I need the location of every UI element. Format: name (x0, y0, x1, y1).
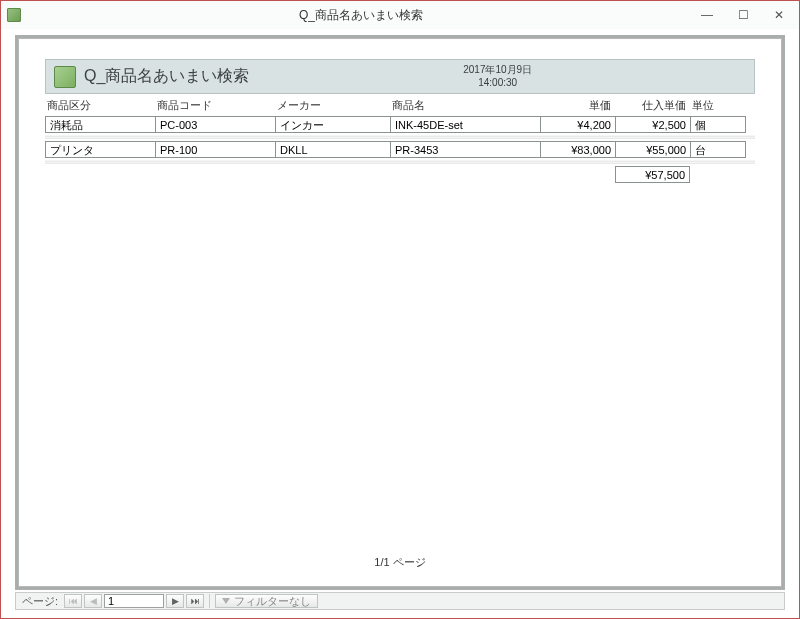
cell-cost: ¥55,000 (615, 141, 691, 158)
cell-category: 消耗品 (45, 116, 156, 133)
col-category: 商品区分 (47, 98, 157, 113)
filter-icon (222, 598, 230, 604)
cell-unit: 個 (690, 116, 746, 133)
page-navigator: ページ: ⏮ ◀ ▶ ⏭ フィルターなし (15, 592, 785, 610)
report-icon (54, 66, 76, 88)
report-page: Q_商品名あいまい検索 2017年10月9日 14:00:30 商品区分 商品コ… (18, 38, 782, 587)
window-titlebar: Q_商品名あいまい検索 — ☐ ✕ (1, 1, 799, 29)
window-title: Q_商品名あいまい検索 (29, 7, 693, 24)
app-icon (7, 8, 21, 22)
col-cost: 仕入単価 (617, 98, 692, 113)
cell-maker: DKLL (275, 141, 391, 158)
document-frame: Q_商品名あいまい検索 2017年10月9日 14:00:30 商品区分 商品コ… (15, 35, 785, 590)
prev-page-button[interactable]: ◀ (84, 594, 102, 608)
column-headers: 商品区分 商品コード メーカー 商品名 単価 仕入単価 単位 (45, 96, 755, 116)
minimize-button[interactable]: — (693, 6, 721, 24)
total-cost: ¥57,500 (615, 166, 690, 183)
col-maker: メーカー (277, 98, 392, 113)
cell-cost: ¥2,500 (615, 116, 691, 133)
next-page-button[interactable]: ▶ (166, 594, 184, 608)
report-date: 2017年10月9日 (249, 64, 746, 77)
report-time: 14:00:30 (249, 77, 746, 90)
cell-code: PR-100 (155, 141, 276, 158)
filter-label: フィルターなし (234, 594, 311, 609)
report-header: Q_商品名あいまい検索 2017年10月9日 14:00:30 (45, 59, 755, 94)
filter-button[interactable]: フィルターなし (215, 594, 318, 608)
report-datetime: 2017年10月9日 14:00:30 (249, 64, 746, 89)
cell-maker: インカー (275, 116, 391, 133)
cell-name: INK-45DE-set (390, 116, 541, 133)
maximize-button[interactable]: ☐ (729, 6, 757, 24)
page-number-input[interactable] (104, 594, 164, 608)
last-page-button[interactable]: ⏭ (186, 594, 204, 608)
cell-unit: 台 (690, 141, 746, 158)
col-price: 単価 (542, 98, 617, 113)
row-separator (45, 135, 755, 139)
col-unit: 単位 (692, 98, 747, 113)
cell-category: プリンタ (45, 141, 156, 158)
nav-label: ページ: (18, 594, 62, 609)
row-separator (45, 160, 755, 164)
table-row: 消耗品 PC-003 インカー INK-45DE-set ¥4,200 ¥2,5… (45, 116, 755, 133)
cell-price: ¥83,000 (540, 141, 616, 158)
page-number-label: 1/1 ページ (19, 555, 781, 570)
close-button[interactable]: ✕ (765, 6, 793, 24)
col-name: 商品名 (392, 98, 542, 113)
table-row: プリンタ PR-100 DKLL PR-3453 ¥83,000 ¥55,000… (45, 141, 755, 158)
first-page-button[interactable]: ⏮ (64, 594, 82, 608)
report-title: Q_商品名あいまい検索 (84, 66, 249, 87)
cell-price: ¥4,200 (540, 116, 616, 133)
cell-code: PC-003 (155, 116, 276, 133)
cell-name: PR-3453 (390, 141, 541, 158)
total-row: ¥57,500 (45, 166, 755, 183)
col-code: 商品コード (157, 98, 277, 113)
